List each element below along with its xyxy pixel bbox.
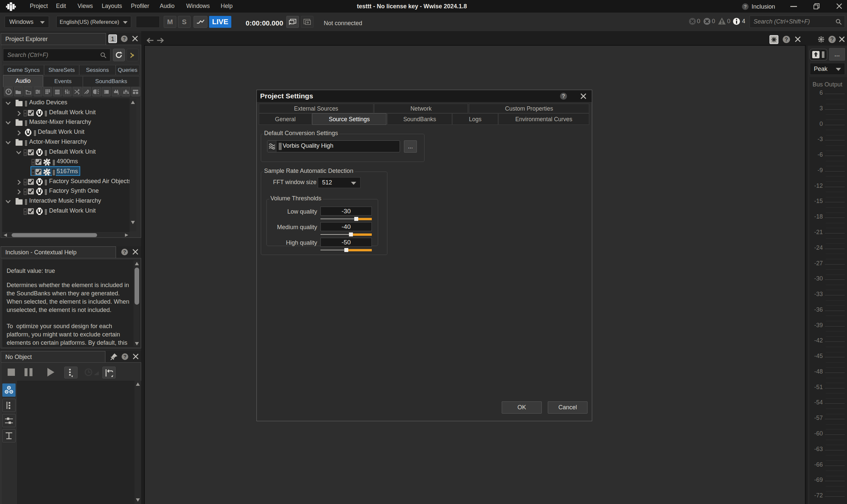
svg-text:?: ? <box>744 4 746 9</box>
svg-text:?: ? <box>830 37 834 42</box>
svg-text:?: ? <box>562 93 565 99</box>
svg-text:?: ? <box>123 354 126 359</box>
svg-text:?: ? <box>123 249 126 255</box>
svg-text:?: ? <box>123 36 126 41</box>
svg-text:?: ? <box>785 37 788 42</box>
